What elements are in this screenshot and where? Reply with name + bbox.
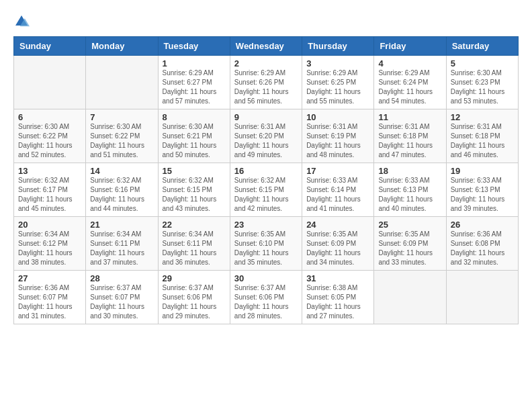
day-number: 13 xyxy=(18,166,81,176)
day-info: Sunrise: 6:37 AM Sunset: 6:06 PM Dayligh… xyxy=(163,283,226,321)
weekday-header-tuesday: Tuesday xyxy=(158,37,230,56)
calendar-cell: 5Sunrise: 6:30 AM Sunset: 6:23 PM Daylig… xyxy=(446,56,518,109)
calendar-cell: 23Sunrise: 6:35 AM Sunset: 6:10 PM Dayli… xyxy=(230,217,302,271)
calendar-cell: 25Sunrise: 6:35 AM Sunset: 6:09 PM Dayli… xyxy=(374,217,446,271)
day-info: Sunrise: 6:31 AM Sunset: 6:19 PM Dayligh… xyxy=(306,122,369,160)
calendar: SundayMondayTuesdayWednesdayThursdayFrid… xyxy=(13,36,519,324)
calendar-cell xyxy=(14,56,86,109)
day-info: Sunrise: 6:29 AM Sunset: 6:25 PM Dayligh… xyxy=(306,68,369,106)
day-number: 30 xyxy=(234,273,298,283)
calendar-cell: 3Sunrise: 6:29 AM Sunset: 6:25 PM Daylig… xyxy=(302,56,374,109)
day-info: Sunrise: 6:36 AM Sunset: 6:08 PM Dayligh… xyxy=(451,230,514,267)
calendar-cell: 8Sunrise: 6:30 AM Sunset: 6:21 PM Daylig… xyxy=(158,109,230,163)
day-number: 15 xyxy=(163,166,226,176)
week-row-1: 1Sunrise: 6:29 AM Sunset: 6:27 PM Daylig… xyxy=(14,56,519,109)
day-number: 27 xyxy=(18,273,81,283)
day-number: 7 xyxy=(90,112,153,122)
day-info: Sunrise: 6:35 AM Sunset: 6:09 PM Dayligh… xyxy=(378,230,441,267)
day-info: Sunrise: 6:30 AM Sunset: 6:22 PM Dayligh… xyxy=(18,122,81,160)
day-info: Sunrise: 6:29 AM Sunset: 6:27 PM Dayligh… xyxy=(163,68,226,106)
calendar-cell: 11Sunrise: 6:31 AM Sunset: 6:18 PM Dayli… xyxy=(374,109,446,163)
day-number: 25 xyxy=(378,220,441,230)
day-number: 11 xyxy=(378,112,441,122)
week-row-3: 13Sunrise: 6:32 AM Sunset: 6:17 PM Dayli… xyxy=(14,163,519,217)
calendar-cell: 28Sunrise: 6:37 AM Sunset: 6:07 PM Dayli… xyxy=(86,271,158,324)
day-info: Sunrise: 6:38 AM Sunset: 6:05 PM Dayligh… xyxy=(306,283,369,321)
weekday-header-row: SundayMondayTuesdayWednesdayThursdayFrid… xyxy=(14,37,519,56)
day-info: Sunrise: 6:29 AM Sunset: 6:26 PM Dayligh… xyxy=(234,68,298,106)
day-number: 16 xyxy=(234,166,298,176)
day-info: Sunrise: 6:33 AM Sunset: 6:14 PM Dayligh… xyxy=(306,176,369,214)
day-number: 6 xyxy=(18,112,81,122)
day-info: Sunrise: 6:34 AM Sunset: 6:12 PM Dayligh… xyxy=(18,230,81,267)
calendar-cell: 6Sunrise: 6:30 AM Sunset: 6:22 PM Daylig… xyxy=(14,109,86,163)
day-info: Sunrise: 6:32 AM Sunset: 6:15 PM Dayligh… xyxy=(234,176,298,214)
calendar-cell: 20Sunrise: 6:34 AM Sunset: 6:12 PM Dayli… xyxy=(14,217,86,271)
calendar-cell: 19Sunrise: 6:33 AM Sunset: 6:13 PM Dayli… xyxy=(446,163,518,217)
calendar-cell: 14Sunrise: 6:32 AM Sunset: 6:16 PM Dayli… xyxy=(86,163,158,217)
day-number: 26 xyxy=(451,220,514,230)
day-number: 17 xyxy=(306,166,369,176)
day-number: 29 xyxy=(163,273,226,283)
day-info: Sunrise: 6:30 AM Sunset: 6:22 PM Dayligh… xyxy=(90,122,153,160)
calendar-cell xyxy=(86,56,158,109)
day-number: 1 xyxy=(163,58,226,68)
day-info: Sunrise: 6:34 AM Sunset: 6:11 PM Dayligh… xyxy=(163,230,226,267)
calendar-cell xyxy=(374,271,446,324)
day-number: 3 xyxy=(306,58,369,68)
calendar-cell xyxy=(446,271,518,324)
day-info: Sunrise: 6:31 AM Sunset: 6:18 PM Dayligh… xyxy=(451,122,514,160)
day-info: Sunrise: 6:35 AM Sunset: 6:09 PM Dayligh… xyxy=(306,230,369,267)
day-info: Sunrise: 6:29 AM Sunset: 6:24 PM Dayligh… xyxy=(378,68,441,106)
calendar-cell: 1Sunrise: 6:29 AM Sunset: 6:27 PM Daylig… xyxy=(158,56,230,109)
calendar-cell: 10Sunrise: 6:31 AM Sunset: 6:19 PM Dayli… xyxy=(302,109,374,163)
calendar-cell: 15Sunrise: 6:32 AM Sunset: 6:15 PM Dayli… xyxy=(158,163,230,217)
calendar-cell: 31Sunrise: 6:38 AM Sunset: 6:05 PM Dayli… xyxy=(302,271,374,324)
calendar-cell: 27Sunrise: 6:36 AM Sunset: 6:07 PM Dayli… xyxy=(14,271,86,324)
weekday-header-sunday: Sunday xyxy=(14,37,86,56)
calendar-cell: 18Sunrise: 6:33 AM Sunset: 6:13 PM Dayli… xyxy=(374,163,446,217)
day-info: Sunrise: 6:35 AM Sunset: 6:10 PM Dayligh… xyxy=(234,230,298,267)
day-info: Sunrise: 6:30 AM Sunset: 6:21 PM Dayligh… xyxy=(163,122,226,160)
day-info: Sunrise: 6:36 AM Sunset: 6:07 PM Dayligh… xyxy=(18,283,81,321)
week-row-2: 6Sunrise: 6:30 AM Sunset: 6:22 PM Daylig… xyxy=(14,109,519,163)
day-info: Sunrise: 6:32 AM Sunset: 6:17 PM Dayligh… xyxy=(18,176,81,214)
day-number: 24 xyxy=(306,220,369,230)
weekday-header-thursday: Thursday xyxy=(302,37,374,56)
weekday-header-saturday: Saturday xyxy=(446,37,518,56)
header xyxy=(13,13,519,30)
day-info: Sunrise: 6:37 AM Sunset: 6:07 PM Dayligh… xyxy=(90,283,153,321)
day-info: Sunrise: 6:34 AM Sunset: 6:11 PM Dayligh… xyxy=(90,230,153,267)
calendar-cell: 16Sunrise: 6:32 AM Sunset: 6:15 PM Dayli… xyxy=(230,163,302,217)
day-number: 18 xyxy=(378,166,441,176)
day-number: 4 xyxy=(378,58,441,68)
day-info: Sunrise: 6:30 AM Sunset: 6:23 PM Dayligh… xyxy=(451,68,514,106)
calendar-cell: 7Sunrise: 6:30 AM Sunset: 6:22 PM Daylig… xyxy=(86,109,158,163)
day-number: 22 xyxy=(163,220,226,230)
day-number: 20 xyxy=(18,220,81,230)
day-number: 2 xyxy=(234,58,298,68)
calendar-cell: 21Sunrise: 6:34 AM Sunset: 6:11 PM Dayli… xyxy=(86,217,158,271)
day-info: Sunrise: 6:32 AM Sunset: 6:16 PM Dayligh… xyxy=(90,176,153,214)
logo xyxy=(13,13,31,30)
day-number: 31 xyxy=(306,273,369,283)
calendar-cell: 9Sunrise: 6:31 AM Sunset: 6:20 PM Daylig… xyxy=(230,109,302,163)
day-number: 5 xyxy=(451,58,514,68)
calendar-cell: 13Sunrise: 6:32 AM Sunset: 6:17 PM Dayli… xyxy=(14,163,86,217)
calendar-cell: 26Sunrise: 6:36 AM Sunset: 6:08 PM Dayli… xyxy=(446,217,518,271)
day-info: Sunrise: 6:32 AM Sunset: 6:15 PM Dayligh… xyxy=(163,176,226,214)
day-number: 9 xyxy=(234,112,298,122)
calendar-cell: 24Sunrise: 6:35 AM Sunset: 6:09 PM Dayli… xyxy=(302,217,374,271)
day-info: Sunrise: 6:31 AM Sunset: 6:18 PM Dayligh… xyxy=(378,122,441,160)
weekday-header-monday: Monday xyxy=(86,37,158,56)
week-row-5: 27Sunrise: 6:36 AM Sunset: 6:07 PM Dayli… xyxy=(14,271,519,324)
calendar-cell: 17Sunrise: 6:33 AM Sunset: 6:14 PM Dayli… xyxy=(302,163,374,217)
day-number: 19 xyxy=(451,166,514,176)
day-number: 23 xyxy=(234,220,298,230)
weekday-header-friday: Friday xyxy=(374,37,446,56)
week-row-4: 20Sunrise: 6:34 AM Sunset: 6:12 PM Dayli… xyxy=(14,217,519,271)
day-number: 8 xyxy=(163,112,226,122)
day-number: 12 xyxy=(451,112,514,122)
calendar-cell: 2Sunrise: 6:29 AM Sunset: 6:26 PM Daylig… xyxy=(230,56,302,109)
calendar-cell: 4Sunrise: 6:29 AM Sunset: 6:24 PM Daylig… xyxy=(374,56,446,109)
